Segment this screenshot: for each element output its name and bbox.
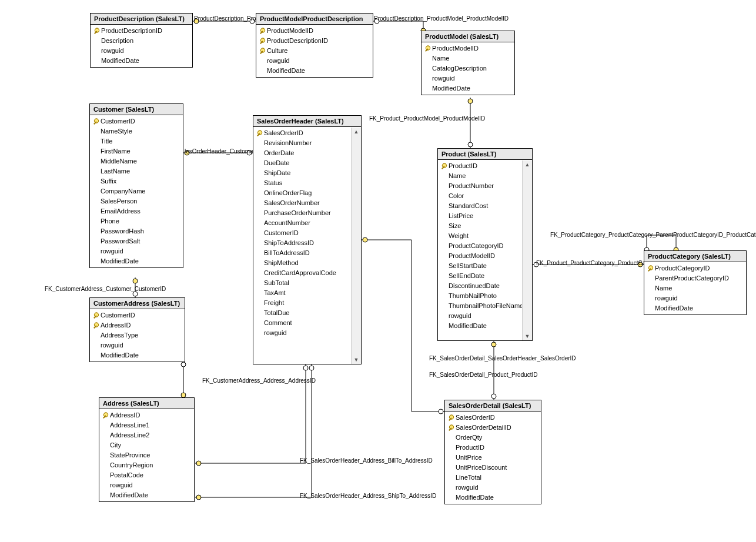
scroll-down-icon[interactable]: ▼ [352, 356, 361, 364]
table-column[interactable]: rowguid [91, 46, 192, 56]
table-column[interactable]: PurchaseOrderNumber [253, 208, 352, 218]
table-column[interactable]: EmailAddress [90, 206, 183, 216]
table-column[interactable]: OnlineOrderFlag [253, 188, 352, 198]
table-column[interactable]: Culture [256, 46, 373, 56]
table-column[interactable]: CatalogDescription [422, 63, 514, 73]
table-column[interactable]: CreditCardApprovalCode [253, 268, 352, 278]
table-column[interactable]: SalesOrderID [253, 128, 352, 138]
table-column[interactable]: rowguid [644, 293, 746, 303]
table-ProductModel[interactable]: ProductModel (SalesLT) ProductModelIDNam… [421, 31, 515, 95]
table-column[interactable]: rowguid [99, 480, 194, 490]
table-column[interactable]: ModifiedDate [90, 256, 183, 266]
table-ProductCategory[interactable]: ProductCategory (SalesLT) ProductCategor… [644, 250, 747, 315]
table-column[interactable]: AddressType [90, 330, 185, 340]
table-column[interactable]: ProductModelID [256, 26, 373, 36]
table-column[interactable]: StateProvince [99, 450, 194, 460]
table-Customer[interactable]: Customer (SalesLT) CustomerIDNameStyleTi… [89, 103, 183, 268]
table-title[interactable]: SalesOrderDetail (SalesLT) [445, 400, 541, 411]
table-column[interactable]: AddressID [99, 410, 194, 420]
table-column[interactable]: ProductID [438, 161, 523, 171]
table-column[interactable]: Name [422, 53, 514, 63]
table-Address[interactable]: Address (SalesLT) AddressIDAddressLine1A… [99, 397, 195, 502]
table-column[interactable]: Title [90, 136, 183, 146]
table-column[interactable]: PostalCode [99, 470, 194, 480]
table-SalesOrderDetail[interactable]: SalesOrderDetail (SalesLT) SalesOrderIDS… [444, 400, 541, 504]
table-column[interactable]: PasswordSalt [90, 236, 183, 246]
table-column[interactable]: SalesOrderDetailID [445, 423, 541, 433]
table-column[interactable]: ProductID [445, 443, 541, 453]
table-column[interactable]: ShipMethod [253, 258, 352, 268]
table-column[interactable]: BillToAddressID [253, 248, 352, 258]
table-column[interactable]: AccountNumber [253, 218, 352, 228]
table-column[interactable]: Size [438, 221, 523, 231]
table-column[interactable]: ProductModelID [422, 44, 514, 53]
table-column[interactable]: ThumbNailPhoto [438, 291, 523, 301]
table-column[interactable]: SellStartDate [438, 261, 523, 271]
table-column[interactable]: ModifiedDate [256, 66, 373, 76]
table-column[interactable]: ModifiedDate [438, 321, 523, 331]
table-column[interactable]: LineTotal [445, 473, 541, 483]
table-column[interactable]: ParentProductCategoryID [644, 273, 746, 283]
table-column[interactable]: ModifiedDate [90, 350, 185, 360]
table-title[interactable]: Address (SalesLT) [99, 398, 194, 409]
table-column[interactable]: Suffix [90, 176, 183, 186]
table-column[interactable]: SalesOrderNumber [253, 198, 352, 208]
table-CustomerAddress[interactable]: CustomerAddress (SalesLT) CustomerIDAddr… [89, 297, 185, 362]
table-column[interactable]: LastName [90, 166, 183, 176]
table-column[interactable]: CountryRegion [99, 460, 194, 470]
scroll-up-icon[interactable]: ▲ [523, 160, 532, 169]
table-column[interactable]: rowguid [90, 246, 183, 256]
table-column[interactable]: Freight [253, 298, 352, 308]
table-column[interactable]: Weight [438, 231, 523, 241]
table-column[interactable]: Comment [253, 318, 352, 328]
table-column[interactable]: rowguid [90, 340, 185, 350]
table-column[interactable]: TaxAmt [253, 288, 352, 298]
table-column[interactable]: ProductCategoryID [438, 241, 523, 251]
table-title[interactable]: CustomerAddress (SalesLT) [90, 298, 185, 309]
table-scrollbar[interactable]: ▲ ▼ [351, 128, 361, 364]
table-column[interactable]: OrderQty [445, 433, 541, 443]
table-ProductModelProductDescription[interactable]: ProductModelProductDescription ProductMo… [256, 13, 373, 78]
table-column[interactable]: AddressLine1 [99, 420, 194, 430]
table-column[interactable]: Description [91, 36, 192, 46]
table-column[interactable]: ShipToAddressID [253, 238, 352, 248]
table-title[interactable]: Product (SalesLT) [438, 149, 532, 160]
scroll-up-icon[interactable]: ▲ [352, 128, 361, 136]
table-column[interactable]: CustomerID [90, 310, 185, 320]
table-column[interactable]: ProductModelID [438, 251, 523, 261]
table-column[interactable]: Name [644, 283, 746, 293]
table-column[interactable]: AddressLine2 [99, 430, 194, 440]
table-column[interactable]: Phone [90, 216, 183, 226]
table-title[interactable]: SalesOrderHeader (SalesLT) [253, 116, 361, 127]
table-column[interactable]: ShipDate [253, 168, 352, 178]
table-column[interactable]: TotalDue [253, 308, 352, 318]
table-column[interactable]: ProductNumber [438, 181, 523, 191]
table-column[interactable]: rowguid [445, 483, 541, 493]
table-title[interactable]: ProductModelProductDescription [256, 14, 373, 25]
table-column[interactable]: SalesOrderID [445, 413, 541, 423]
table-column[interactable]: CustomerID [253, 228, 352, 238]
table-column[interactable]: Name [438, 171, 523, 181]
table-column[interactable]: ModifiedDate [99, 490, 194, 500]
table-column[interactable]: rowguid [256, 56, 373, 66]
table-column[interactable]: rowguid [253, 328, 352, 338]
table-title[interactable]: ProductCategory (SalesLT) [644, 251, 746, 262]
table-column[interactable]: RevisionNumber [253, 138, 352, 148]
table-column[interactable]: ProductCategoryID [644, 263, 746, 273]
table-column[interactable]: PasswordHash [90, 226, 183, 236]
table-column[interactable]: ModifiedDate [445, 493, 541, 503]
table-column[interactable]: ProductDescriptionID [91, 26, 192, 36]
table-column[interactable]: UnitPrice [445, 453, 541, 463]
table-ProductDescription[interactable]: ProductDescription (SalesLT) ProductDesc… [90, 13, 193, 68]
table-column[interactable]: ModifiedDate [91, 56, 192, 66]
table-column[interactable]: DueDate [253, 158, 352, 168]
table-column[interactable]: FirstName [90, 146, 183, 156]
table-column[interactable]: SalesPerson [90, 196, 183, 206]
table-column[interactable]: AddressID [90, 320, 185, 330]
table-column[interactable]: ProductDescriptionID [256, 36, 373, 46]
table-column[interactable]: Color [438, 191, 523, 201]
table-column[interactable]: ThumbnailPhotoFileName [438, 301, 523, 311]
table-column[interactable]: City [99, 440, 194, 450]
table-column[interactable]: rowguid [438, 311, 523, 321]
table-column[interactable]: ModifiedDate [422, 83, 514, 93]
